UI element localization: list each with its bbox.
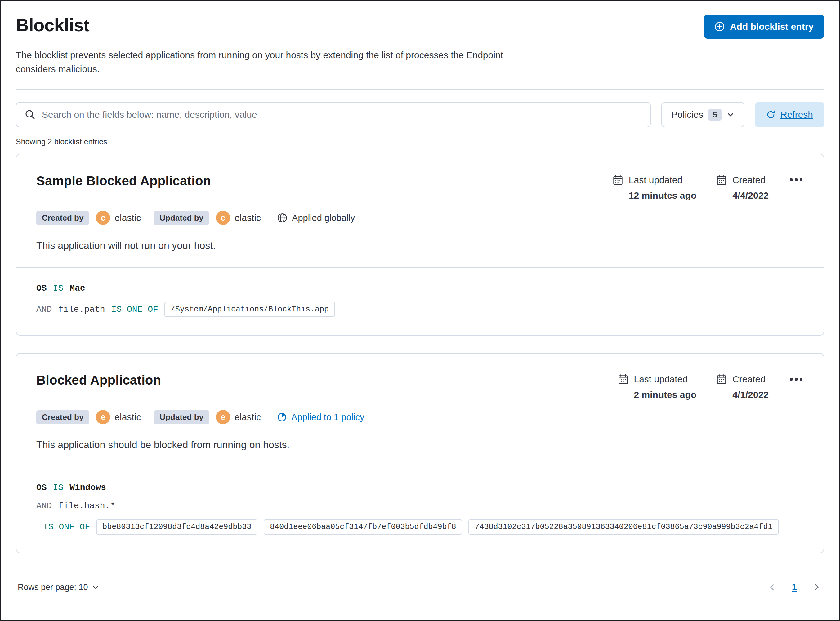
- blocklist-entry-card: Sample Blocked Application Last updated …: [16, 154, 824, 336]
- entry-description: This application will not run on your ho…: [36, 240, 804, 267]
- refresh-button[interactable]: Refresh: [755, 102, 824, 127]
- ellipsis-icon: [795, 179, 797, 181]
- entry-attribution: Created by e elastic Updated by e elasti…: [36, 211, 804, 225]
- criteria-operator: IS ONE OF: [111, 304, 158, 314]
- criteria-line: OS IS Windows: [36, 483, 804, 492]
- created-value: 4/4/2022: [732, 190, 769, 201]
- rows-per-page-button[interactable]: Rows per page: 10: [18, 583, 99, 592]
- criteria-field: file.hash.*: [58, 501, 115, 511]
- scope-label: Applied to 1 policy: [291, 412, 364, 423]
- results-count: Showing 2 blocklist entries: [16, 137, 824, 146]
- scope-policy-link[interactable]: Applied to 1 policy: [277, 412, 364, 423]
- created-by-user: elastic: [114, 412, 141, 423]
- calendar-icon: [716, 175, 727, 185]
- created-by-badge: Created by: [36, 410, 89, 424]
- created-by-user: elastic: [114, 213, 141, 223]
- created-value: 4/1/2022: [732, 389, 769, 400]
- last-updated-label: Last updated: [634, 374, 688, 385]
- criteria-line: AND file.path IS ONE OF /System/Applicat…: [36, 302, 804, 317]
- criteria-line: OS IS Mac: [36, 283, 804, 293]
- calendar-icon: [716, 374, 727, 385]
- plus-in-circle-icon: [714, 21, 725, 32]
- page-header: Blocklist Add blocklist entry: [16, 15, 824, 39]
- criteria-conjunction: AND: [36, 501, 52, 511]
- add-button-label: Add blocklist entry: [730, 21, 814, 32]
- updated-by-badge: Updated by: [154, 410, 209, 424]
- entry-attribution: Created by e elastic Updated by e elasti…: [36, 410, 804, 424]
- entry-criteria: OS IS Mac AND file.path IS ONE OF /Syste…: [17, 267, 823, 335]
- policies-count-badge: 5: [708, 109, 721, 121]
- chevron-right-icon[interactable]: [811, 582, 822, 593]
- ellipsis-icon: [795, 378, 797, 380]
- entry-title: Sample Blocked Application: [36, 174, 211, 188]
- add-blocklist-entry-button[interactable]: Add blocklist entry: [704, 15, 824, 39]
- created-label: Created: [732, 175, 766, 185]
- entry-criteria: OS IS Windows AND file.hash.* IS ONE OF …: [17, 467, 823, 553]
- avatar: e: [96, 211, 110, 225]
- avatar: e: [96, 410, 110, 424]
- criteria-line: IS ONE OF bbe80313cf12098d3fc4d8a42e9dbb…: [36, 520, 804, 535]
- last-updated-block: Last updated 2 minutes ago: [618, 374, 697, 400]
- entry-title: Blocked Application: [36, 373, 161, 388]
- header-divider: [16, 89, 824, 89]
- created-by-badge: Created by: [36, 211, 89, 225]
- globe-icon: [277, 213, 287, 223]
- created-block: Created 4/4/2022: [716, 175, 769, 201]
- chevron-left-icon[interactable]: [767, 582, 778, 593]
- ellipsis-icon: [800, 378, 802, 380]
- partial-circle-icon: [277, 412, 287, 422]
- last-updated-value: 2 minutes ago: [634, 389, 697, 400]
- criteria-operator: IS: [53, 483, 64, 492]
- chevron-down-icon: [726, 111, 735, 119]
- criteria-operator: IS ONE OF: [43, 522, 90, 532]
- page-number[interactable]: 1: [792, 582, 797, 592]
- search-input[interactable]: [42, 109, 642, 120]
- scope-global: Applied globally: [277, 213, 355, 223]
- updated-by-badge: Updated by: [154, 211, 209, 225]
- criteria-field: OS: [36, 483, 47, 492]
- updated-by-user: elastic: [234, 213, 261, 223]
- blocklist-page: Blocklist Add blocklist entry The blockl…: [0, 0, 840, 621]
- criteria-field: file.path: [58, 304, 105, 314]
- entry-actions-menu-button[interactable]: [788, 374, 804, 384]
- policies-filter-button[interactable]: Policies 5: [661, 102, 744, 127]
- refresh-label: Refresh: [781, 109, 813, 120]
- toolbar: Policies 5 Refresh: [16, 102, 824, 127]
- updated-by-user: elastic: [234, 412, 261, 423]
- scope-label: Applied globally: [292, 213, 355, 223]
- criteria-conjunction: AND: [36, 304, 52, 314]
- criteria-value-chip: 840d1eee06baa05cf3147fb7ef003b5dfdb49bf8: [264, 520, 462, 535]
- created-block: Created 4/1/2022: [716, 374, 769, 400]
- page-title: Blocklist: [16, 15, 89, 35]
- calendar-icon: [618, 374, 629, 385]
- last-updated-block: Last updated 12 minutes ago: [613, 175, 696, 201]
- created-label: Created: [732, 374, 766, 385]
- avatar: e: [216, 410, 230, 424]
- page-description: The blocklist prevents selected applicat…: [16, 48, 543, 76]
- pagination: 1: [767, 582, 822, 593]
- entry-description: This application should be blocked from …: [36, 439, 804, 467]
- entry-actions-menu-button[interactable]: [788, 175, 804, 185]
- criteria-value-chip: 7438d3102c317b05228a350891363340206e81cf…: [468, 520, 779, 535]
- criteria-value: Windows: [70, 483, 106, 492]
- rows-per-page-label: Rows per page: 10: [18, 583, 88, 592]
- last-updated-value: 12 minutes ago: [629, 190, 696, 201]
- criteria-operator: IS: [53, 283, 64, 293]
- blocklist-entry-card: Blocked Application Last updated 2 minut…: [16, 353, 824, 553]
- entry-meta: Last updated 2 minutes ago Created 4/1/2…: [618, 373, 804, 400]
- ellipsis-icon: [790, 179, 793, 181]
- criteria-value-chip: bbe80313cf12098d3fc4d8a42e9dbb33: [96, 520, 257, 535]
- search-box[interactable]: [16, 102, 651, 127]
- criteria-value: Mac: [70, 283, 85, 293]
- refresh-icon: [766, 110, 775, 119]
- entry-meta: Last updated 12 minutes ago Created 4/4/…: [613, 174, 804, 201]
- calendar-icon: [613, 175, 623, 185]
- policies-label: Policies: [671, 109, 703, 120]
- avatar: e: [216, 211, 230, 225]
- chevron-down-icon: [92, 583, 99, 591]
- criteria-field: OS: [36, 283, 47, 293]
- last-updated-label: Last updated: [629, 175, 682, 185]
- ellipsis-icon: [800, 179, 802, 181]
- criteria-value-chip: /System/Applications/BlockThis.app: [164, 302, 335, 317]
- criteria-line: AND file.hash.*: [36, 501, 804, 511]
